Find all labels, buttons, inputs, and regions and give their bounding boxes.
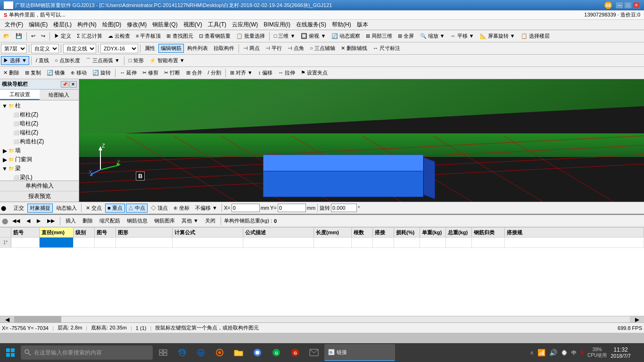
btn-level-slab[interactable]: ≡ 平齐板顶 xyxy=(133,32,163,41)
td-formula[interactable] xyxy=(173,238,243,247)
panel-close-btn[interactable]: ✕ xyxy=(69,81,77,88)
menu-cloud[interactable]: 云应用(W) xyxy=(229,20,261,30)
taskbar-edge[interactable] xyxy=(173,344,190,361)
btn-batch-select[interactable]: 📋 批量选择 xyxy=(234,32,267,41)
x-input[interactable] xyxy=(231,204,260,212)
taskbar-folder[interactable] xyxy=(230,344,247,361)
btn-parts-list[interactable]: 构件列表 xyxy=(185,44,210,53)
nav-first[interactable]: ⬤ xyxy=(1,206,10,211)
tree-item-door-window[interactable]: ▶ 📁 门窗洞 xyxy=(0,155,79,164)
btn-extend[interactable]: ↔ 延伸 xyxy=(117,68,139,77)
btn-close-panel[interactable]: 关闭 xyxy=(203,216,218,225)
menu-file[interactable]: 文件(F) xyxy=(2,20,26,30)
btn-line[interactable]: / 直线 xyxy=(33,56,51,65)
btn-undo[interactable]: ↩ xyxy=(29,32,38,40)
menu-online[interactable]: 在线服务(S) xyxy=(293,20,329,30)
btn-insert[interactable]: 插入 xyxy=(63,216,78,225)
custom-select[interactable]: 自定义 xyxy=(31,44,59,53)
menu-part[interactable]: 构件(N) xyxy=(74,20,99,30)
btn-copy[interactable]: ⊞ 复制 xyxy=(23,68,43,77)
btn-single-part-input[interactable]: 单构件输入 xyxy=(0,181,79,191)
btn-fullscreen[interactable]: ⊞ 全屏 xyxy=(396,32,416,41)
btn-3d[interactable]: □ 三维 ▼ xyxy=(272,32,298,41)
btn-move[interactable]: ⊕ 移动 xyxy=(68,68,89,77)
btn-align[interactable]: ⊞ 对齐 ▼ xyxy=(228,68,255,77)
menu-draw[interactable]: 绘图(D) xyxy=(99,20,124,30)
btn-point-extend[interactable]: ○ 点加长度 xyxy=(52,56,83,65)
btn-dynamic-obs[interactable]: 🔄 动态观察 xyxy=(329,32,363,41)
tree-item-beam[interactable]: ▼ 📁 梁 xyxy=(0,164,79,173)
maximize-btn[interactable]: □ xyxy=(624,2,632,8)
tab-draw-input[interactable]: 绘图输入 xyxy=(40,90,79,100)
btn-find-elem[interactable]: ⊞ 查找图元 xyxy=(164,32,195,41)
tab-project-settings[interactable]: 工程设置 xyxy=(0,90,40,100)
taskbar-red[interactable]: G xyxy=(287,344,304,361)
td-formula-desc[interactable] xyxy=(243,238,314,247)
btn-report-preview[interactable]: 报表预览 xyxy=(0,191,79,202)
close-btn[interactable]: ✕ xyxy=(633,2,640,8)
menu-edit[interactable]: 编辑(E) xyxy=(26,20,50,30)
viewport-3d[interactable]: Z Y X B xyxy=(79,79,644,202)
btn-no-offset[interactable]: 不偏移 ▼ xyxy=(193,204,220,213)
btn-rebar-lib[interactable]: 钢筋图库 xyxy=(152,216,177,225)
menu-modify[interactable]: 修改(M) xyxy=(124,20,149,30)
scroll-right-btn[interactable]: ▶ xyxy=(630,316,644,322)
btn-view-rebar[interactable]: ⊡ 查看钢筋量 xyxy=(197,32,233,41)
btn-properties[interactable]: 属性 xyxy=(142,44,157,53)
btn-two-points[interactable]: ⊣ 两点 xyxy=(241,44,262,53)
btn-select-floor[interactable]: 📋 选择楼层 xyxy=(519,32,552,41)
btn-nav-next[interactable]: ▶ xyxy=(34,217,43,225)
rotate-input[interactable] xyxy=(331,204,357,212)
btn-save[interactable]: 💾 xyxy=(13,32,25,40)
btn-other[interactable]: 其他 ▼ xyxy=(179,216,201,225)
start-button[interactable] xyxy=(2,344,19,361)
btn-endpoint[interactable]: ■ 重点 xyxy=(105,204,125,213)
btn-redo[interactable]: ↪ xyxy=(39,32,48,40)
btn-pan[interactable]: ↔ 平移 ▼ xyxy=(448,32,477,41)
td-unit-wt[interactable] xyxy=(420,238,446,247)
btn-vertex[interactable]: ◇ 顶点 xyxy=(149,204,170,213)
btn-merge[interactable]: ⊞ 合并 xyxy=(184,68,205,77)
td-grade[interactable] xyxy=(74,238,95,247)
taskbar-app-gjj[interactable]: G 链接 xyxy=(324,344,395,361)
menu-bim[interactable]: BIM应用(I) xyxy=(261,20,293,30)
btn-rebar-info[interactable]: 钢筋信息 xyxy=(124,216,150,225)
y-input[interactable] xyxy=(278,204,306,212)
menu-rebar-qty[interactable]: 钢筋量(Q) xyxy=(149,20,180,30)
td-rule[interactable] xyxy=(505,238,644,247)
search-bar[interactable]: 在这里输入你要搜索的内容 xyxy=(21,346,153,360)
td-total-wt[interactable] xyxy=(446,238,472,247)
btn-delete[interactable]: ✕ 删除 xyxy=(1,68,22,77)
btn-define[interactable]: ▶ 定义 xyxy=(52,32,74,41)
btn-point-angle[interactable]: ⊣ 点角 xyxy=(285,44,306,53)
td-splice[interactable] xyxy=(373,238,394,247)
taskbar-ie[interactable]: e xyxy=(192,344,209,361)
btn-cloud-check[interactable]: ☁ 云检查 xyxy=(106,32,132,41)
btn-top-view[interactable]: 🔲 俯视 ▼ xyxy=(298,32,328,41)
td-length[interactable] xyxy=(314,238,352,247)
btn-smart-layout[interactable]: ⚡ 智能布置 ▼ xyxy=(147,56,187,65)
tree-item-struct-col[interactable]: ⬜ 构造柱(Z) xyxy=(0,137,79,146)
minimize-btn[interactable]: — xyxy=(616,2,623,8)
btn-edit-rebar[interactable]: 编辑钢筋 xyxy=(158,44,184,53)
td-diameter[interactable] xyxy=(40,238,74,247)
zdyx-select[interactable]: ZDYX-16 xyxy=(100,44,138,53)
btn-rect[interactable]: □ 矩形 xyxy=(126,56,146,65)
tree-item-end-col[interactable]: ⬜ 端柱(Z) xyxy=(0,128,79,137)
tree-item-hidden-col[interactable]: ⬜ 暗柱(Z) xyxy=(0,119,79,128)
menu-version[interactable]: 版本 xyxy=(354,20,371,30)
td-bar-num[interactable] xyxy=(11,238,40,247)
btn-pickup[interactable]: 抬取构件 xyxy=(211,44,237,53)
menu-help[interactable]: 帮助(H) xyxy=(329,20,354,30)
btn-offset[interactable]: ↕ 偏移 xyxy=(256,68,275,77)
menu-floor[interactable]: 楼层(L) xyxy=(50,20,74,30)
btn-nav-first[interactable]: ◀◀ xyxy=(10,217,22,225)
tree-item-frame-col[interactable]: ⬜ 框柱(Z) xyxy=(0,110,79,119)
scroll-left-btn[interactable]: ◀ xyxy=(0,316,14,322)
btn-arc[interactable]: ⌒ 三点画弧 ▼ xyxy=(83,56,122,65)
btn-select[interactable]: ▶ 选择 ▼ xyxy=(1,56,29,65)
btn-trim[interactable]: ✂ 修剪 xyxy=(140,68,161,77)
btn-break[interactable]: ✂ 打断 xyxy=(162,68,182,77)
td-shape[interactable] xyxy=(116,238,173,247)
hscrollbar[interactable]: ◀ ▶ xyxy=(0,316,644,322)
